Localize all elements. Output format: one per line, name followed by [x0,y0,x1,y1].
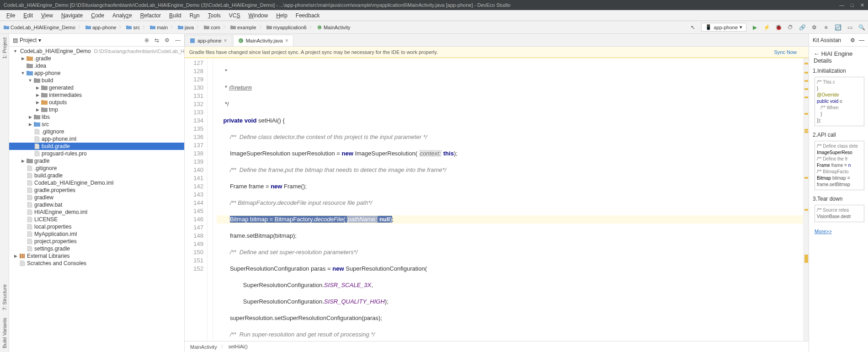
tree-item[interactable]: app-phone.iml [9,135,184,143]
settings-icon[interactable]: ⚙ [810,24,818,31]
more-link[interactable]: More>> [811,226,866,237]
structure-icon[interactable]: ▭ [846,24,853,31]
tree-item[interactable]: gradlew.bat [9,201,184,208]
breadcrumb-item[interactable]: main [149,24,169,31]
tree-arrow-icon[interactable]: ▶ [21,56,25,61]
back-icon[interactable]: ↖ [689,24,697,31]
tree-item[interactable]: proguard-rules.pro [9,150,184,157]
breadcrumb-item[interactable]: example [229,24,257,31]
tree-item[interactable]: ▶libs [9,113,184,121]
breadcrumb-item[interactable]: app-phone [85,24,117,31]
tree-item[interactable]: ▶tmp [9,106,184,113]
tree-item[interactable]: ▶intermediates [9,91,184,99]
breadcrumb-item[interactable]: CMainActivity [316,24,351,31]
menu-edit[interactable]: Edit [20,11,37,20]
search-icon[interactable]: 🔍 [858,24,865,31]
menu-help[interactable]: Help [272,11,291,20]
target-icon[interactable]: ⊕ [144,37,149,43]
tree-arrow-icon[interactable]: ▶ [35,107,40,112]
project-tree[interactable]: ▼CodeLab_HIAIEngine_DemoD:\DS\tuxiangcha… [9,47,184,352]
tree-item[interactable]: ▼CodeLab_HIAIEngine_DemoD:\DS\tuxiangcha… [9,48,184,55]
project-view-selector[interactable]: ▤ Project ▾ [13,37,141,43]
menu-navigate[interactable]: Navigate [58,11,86,20]
menu-build[interactable]: Build [165,11,185,20]
breadcrumb-item[interactable]: src [125,24,141,31]
gear-icon[interactable]: ⚙ [165,37,170,43]
editor-tab[interactable]: CMainActivity.java× [233,35,293,46]
menu-view[interactable]: View [37,11,57,20]
breadcrumb-item[interactable]: com [203,24,221,31]
tree-item[interactable]: ▶External Libraries [9,252,184,260]
tree-item[interactable]: .idea [9,62,184,69]
footer-crumb-method[interactable]: setHiAi() [221,343,248,350]
tree-item[interactable]: project.properties [9,238,184,245]
tree-item[interactable]: ▼app-phone [9,69,184,77]
menu-analyze[interactable]: Analyze [109,11,136,20]
tree-arrow-icon[interactable]: ▼ [21,71,25,75]
tree-item[interactable]: .gitignore [9,165,184,172]
gear-icon[interactable]: ⚙ [850,37,855,43]
vcs-icon[interactable]: 🔃 [834,24,841,31]
breadcrumb-item[interactable]: CodeLab_HIAIEngine_Demo [3,24,76,31]
footer-crumb-class[interactable]: MainActivity [190,344,217,350]
side-tab-project[interactable]: 1: Project [1,34,8,62]
marker-bar[interactable] [803,58,809,341]
close-icon[interactable]: × [224,37,227,44]
menu-file[interactable]: File [3,11,19,20]
tree-item[interactable]: local.properties [9,223,184,230]
maximize-button[interactable]: □ [851,2,854,8]
hide-icon[interactable]: — [859,37,864,43]
side-tab-structure[interactable]: 7: Structure [1,281,8,314]
tree-item[interactable]: ▶outputs [9,99,184,106]
tree-item[interactable]: .gitignore [9,128,184,135]
tree-item[interactable]: gradlew [9,194,184,201]
tree-arrow-icon[interactable]: ▶ [35,93,40,97]
tree-arrow-icon[interactable]: ▶ [21,159,25,163]
tree-arrow-icon[interactable]: ▶ [35,100,40,105]
editor-tab[interactable]: app-phone× [185,35,232,46]
tree-arrow-icon[interactable]: ▶ [28,122,32,127]
close-button[interactable]: ✕ [860,2,864,8]
code-editor[interactable]: 1271281291301311321331341351361371381391… [185,58,809,341]
close-icon[interactable]: × [285,37,288,44]
tree-arrow-icon[interactable]: ▶ [28,115,32,119]
tree-item[interactable]: ▶gradle [9,157,184,165]
profiler-icon[interactable]: ⏱ [787,24,794,31]
tree-item[interactable]: LICENSE [9,216,184,223]
menu-tools[interactable]: Tools [204,11,224,20]
debug-icon[interactable]: 🐞 [775,24,782,31]
collapse-icon[interactable]: ⇆ [154,37,159,43]
tree-item[interactable]: CodeLab_HIAIEngine_Demo.iml [9,179,184,187]
run-icon[interactable]: ▶ [751,24,758,31]
tree-item[interactable]: build.gradle [9,172,184,179]
breadcrumb-item[interactable]: java [177,24,195,31]
tree-arrow-icon[interactable]: ▶ [35,85,40,90]
breadcrumb-item[interactable]: myapplication6 [266,24,308,31]
menu-run[interactable]: Run [186,11,203,20]
attach-icon[interactable]: 🔗 [799,24,806,31]
side-tab-build-variants[interactable]: Build Variants [1,314,8,352]
tree-item[interactable]: ▼build [9,77,184,84]
tree-item[interactable]: ▶.gradle [9,55,184,62]
code-content[interactable]: * * @return */ private void setHiAi() { … [213,58,803,341]
tree-item[interactable]: HIAIEngine_demo.iml [9,208,184,216]
menu-vcs[interactable]: VCS [225,11,244,20]
tree-item[interactable]: settings.gradle [9,245,184,252]
tree-item[interactable]: gradle.properties [9,187,184,194]
fold-gutter[interactable] [208,58,213,341]
tree-item[interactable]: Scratches and Consoles [9,260,184,267]
tree-item[interactable]: build.gradle [9,143,184,150]
tree-item[interactable]: ▶src [9,121,184,128]
module-selector[interactable]: 📱 app-phone ▾ [701,23,746,32]
lightning-icon[interactable]: ⚡ [763,24,770,31]
minimize-button[interactable]: — [839,2,844,8]
tree-arrow-icon[interactable]: ▼ [13,49,17,53]
hide-icon[interactable]: — [175,37,181,43]
tree-arrow-icon[interactable]: ▼ [28,78,32,83]
menu-code[interactable]: Code [87,11,108,20]
tree-item[interactable]: MyApplication.iml [9,230,184,238]
tree-item[interactable]: ▶generated [9,84,184,91]
menu-refactor[interactable]: Refactor [137,11,165,20]
sync-now-link[interactable]: Sync Now [774,49,797,55]
tree-arrow-icon[interactable]: ▶ [13,254,18,258]
